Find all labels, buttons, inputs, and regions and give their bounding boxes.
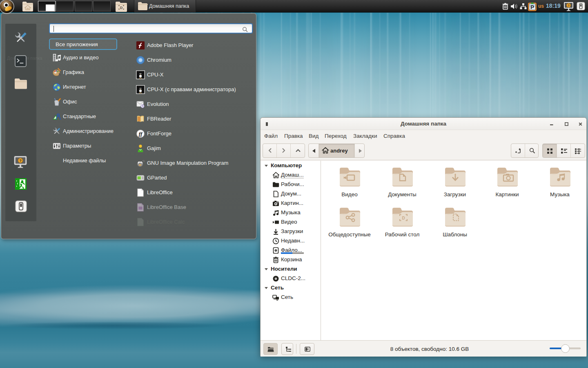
svg-text:?: ? <box>19 159 22 163</box>
svg-text:?: ? <box>568 4 570 7</box>
svg-text:D: D <box>120 6 123 10</box>
svg-text:D: D <box>402 216 405 220</box>
svg-text:P: P <box>530 4 534 10</box>
